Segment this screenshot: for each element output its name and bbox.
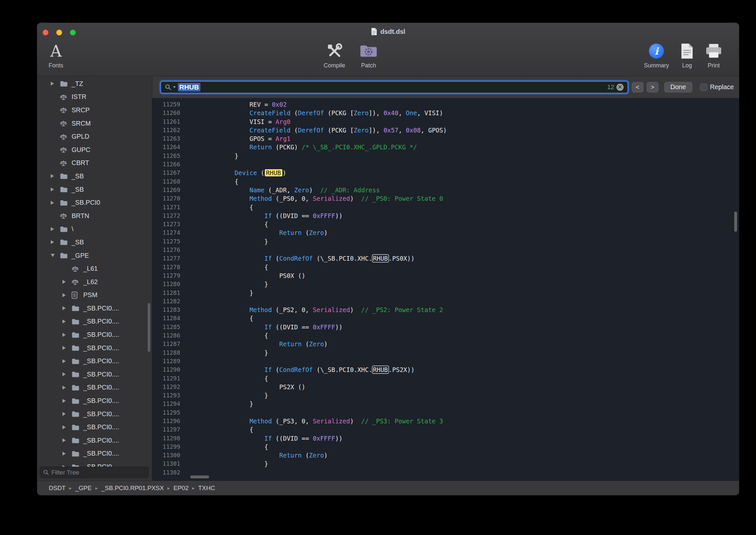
tree-item[interactable]: GUPC xyxy=(37,143,152,156)
minimize-window-button[interactable] xyxy=(56,30,62,36)
disclosure-triangle-icon[interactable] xyxy=(51,201,54,205)
filter-tree-input[interactable]: Filter Tree xyxy=(40,467,148,478)
disclosure-triangle-icon[interactable] xyxy=(63,372,66,376)
line-number: 11265 xyxy=(152,152,185,160)
line-number: 11262 xyxy=(152,126,185,134)
code-line: 11298 If ((DVID == 0xFFFF)) xyxy=(152,434,739,442)
code-line: 11275 } xyxy=(152,237,739,246)
tree-item[interactable]: _SB.PCI0.... xyxy=(37,394,152,408)
zoom-window-button[interactable] xyxy=(70,30,76,36)
find-previous-button[interactable]: < xyxy=(632,82,643,93)
find-next-button[interactable]: > xyxy=(647,82,659,93)
patch-toolbar-button[interactable]: Patch xyxy=(353,42,384,69)
disclosure-triangle-icon[interactable] xyxy=(63,280,66,284)
find-search-field[interactable]: RHUB 12 ✕ xyxy=(160,81,629,94)
line-number: 11267 xyxy=(152,169,185,177)
search-query-text[interactable]: RHUB xyxy=(178,83,201,92)
breadcrumb-separator-icon: ▸ xyxy=(168,485,170,491)
replace-toggle[interactable]: Replace xyxy=(700,83,734,91)
tree-item[interactable]: _SB.PCI0.... xyxy=(37,302,152,315)
summary-label: Summary xyxy=(644,62,669,69)
breadcrumb-item[interactable]: EP02 xyxy=(174,485,188,492)
disclosure-triangle-icon[interactable] xyxy=(51,187,54,191)
code-text: Return (PCKG) /* \_SB_.PCI0.XHC_.GPLD.PC… xyxy=(185,143,417,151)
clear-search-icon[interactable]: ✕ xyxy=(616,84,624,91)
disclosure-triangle-icon[interactable] xyxy=(63,386,66,389)
compile-toolbar-button[interactable]: Compile xyxy=(316,42,353,69)
tree-item[interactable]: _SB.PCI0.... xyxy=(37,368,152,381)
disclosure-triangle-icon[interactable] xyxy=(63,293,66,297)
breadcrumb-item[interactable]: DSDT xyxy=(49,485,66,492)
disclosure-triangle-icon[interactable] xyxy=(63,320,66,324)
titlebar[interactable]: dsdt.dsl xyxy=(37,23,739,40)
tree-item[interactable]: PSM xyxy=(37,289,152,302)
breadcrumb-item[interactable]: _GPE xyxy=(75,485,92,492)
search-match-current[interactable]: RHUB xyxy=(265,169,283,176)
sidebar-tree[interactable]: _TZISTRSRCPSRCMGPLDGUPCCBRT_SB_SB_SB.PCI… xyxy=(37,77,152,468)
log-toolbar-button[interactable]: Log xyxy=(675,42,699,69)
print-toolbar-button[interactable]: Print xyxy=(701,42,726,69)
line-number: 11295 xyxy=(152,408,185,417)
fonts-toolbar-button[interactable]: A Fonts xyxy=(40,42,71,69)
replace-checkbox[interactable] xyxy=(700,84,707,91)
tree-item[interactable]: _GPE xyxy=(37,249,152,262)
tree-item[interactable]: _SB.PCI0.... xyxy=(37,354,152,368)
search-match[interactable]: RHUB xyxy=(372,255,389,262)
disclosure-triangle-icon[interactable] xyxy=(51,82,54,86)
disclosure-triangle-icon[interactable] xyxy=(51,240,54,244)
disclosure-triangle-icon[interactable] xyxy=(63,425,66,429)
disclosure-triangle-icon[interactable] xyxy=(51,254,55,257)
tree-item[interactable]: _SB.PCI0.... xyxy=(37,434,152,447)
log-label: Log xyxy=(682,62,692,69)
disclosure-triangle-icon[interactable] xyxy=(63,412,66,416)
tree-item[interactable]: _SB.PCI0.... xyxy=(37,447,152,461)
code-text: If ((DVID == 0xFFFF)) xyxy=(185,323,342,331)
tree-item[interactable]: _SB.PCI0 xyxy=(37,196,152,209)
tree-item[interactable]: _SB.PCI0.... xyxy=(37,420,152,434)
close-window-button[interactable] xyxy=(42,30,48,36)
line-number: 11294 xyxy=(152,400,185,408)
summary-toolbar-button[interactable]: i Summary xyxy=(640,42,673,69)
disclosure-triangle-icon[interactable] xyxy=(51,174,54,178)
tree-item[interactable]: _TZ xyxy=(37,77,152,91)
disclosure-slot xyxy=(63,452,71,456)
tree-item[interactable]: _L61 xyxy=(37,262,152,275)
search-match[interactable]: RHUB xyxy=(372,366,389,373)
disclosure-triangle-icon[interactable] xyxy=(63,359,66,363)
tree-item[interactable]: _L62 xyxy=(37,275,152,289)
tree-item[interactable]: _SB.PCI0.... xyxy=(37,408,152,421)
breadcrumb-item[interactable]: TXHC xyxy=(198,485,215,492)
tree-item[interactable]: _SB.PCI0.... xyxy=(37,328,152,341)
horizontal-scrollbar-thumb[interactable] xyxy=(190,475,209,478)
tree-item[interactable]: _SB xyxy=(37,170,152,183)
tree-item[interactable]: _SB.PCI0.... xyxy=(37,315,152,328)
tree-item[interactable]: SRCP xyxy=(37,103,152,117)
tree-item[interactable]: _SB xyxy=(37,183,152,196)
tree-item[interactable]: ISTR xyxy=(37,91,152,104)
done-button[interactable]: Done xyxy=(664,82,692,93)
code-line: 11286 { xyxy=(152,331,739,340)
search-options-chevron-icon[interactable] xyxy=(173,86,176,88)
sidebar-scrollbar-thumb[interactable] xyxy=(148,303,150,352)
tree-item[interactable]: GPLD xyxy=(37,130,152,143)
tree-item[interactable]: BRTN xyxy=(37,209,152,223)
fonts-icon: A xyxy=(50,42,62,61)
breadcrumb-item[interactable]: _SB.PCI0.RP01.PXSX xyxy=(101,485,164,492)
tree-item[interactable]: \ xyxy=(37,223,152,236)
disclosure-triangle-icon[interactable] xyxy=(51,227,54,231)
code-editor[interactable]: 11259 REV = 0x0211260 CreateField (Deref… xyxy=(152,98,739,481)
disclosure-triangle-icon[interactable] xyxy=(63,333,66,337)
code-line: 11296 Method (_PS3, 0, Serialized) // _P… xyxy=(152,417,739,425)
disclosure-triangle-icon[interactable] xyxy=(63,346,66,350)
vertical-scrollbar-thumb[interactable] xyxy=(734,211,737,232)
disclosure-triangle-icon[interactable] xyxy=(63,399,66,403)
tree-item[interactable]: CBRT xyxy=(37,156,152,170)
tree-item[interactable]: SRCM xyxy=(37,117,152,130)
tree-item[interactable]: _SB xyxy=(37,236,152,249)
tree-item[interactable]: _SB.PCI0.... xyxy=(37,381,152,394)
disclosure-triangle-icon[interactable] xyxy=(63,452,66,456)
disclosure-triangle-icon[interactable] xyxy=(63,438,66,442)
code-text: } xyxy=(185,460,268,468)
disclosure-triangle-icon[interactable] xyxy=(63,306,66,310)
tree-item[interactable]: _SB.PCI0.... xyxy=(37,341,152,355)
